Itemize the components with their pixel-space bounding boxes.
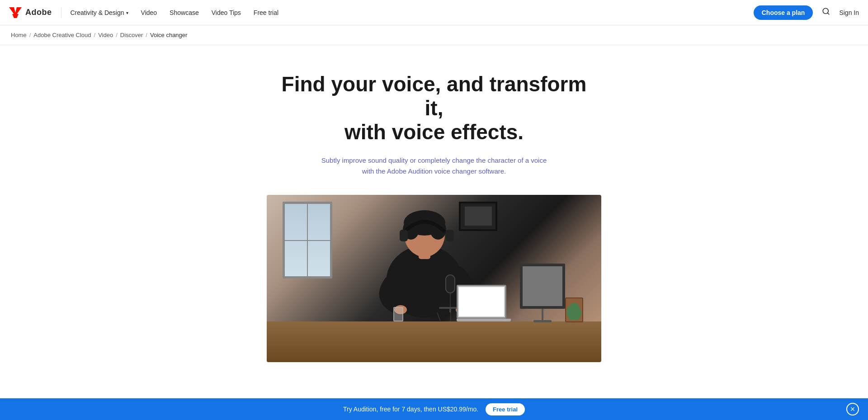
breadcrumb-sep-2: /	[94, 32, 96, 38]
nav-links: Video Showcase Video Tips Free trial	[141, 9, 279, 16]
nav-link-video-tips[interactable]: Video Tips	[212, 9, 241, 16]
hero-image	[267, 195, 601, 362]
nav-link-video[interactable]: Video	[141, 9, 157, 16]
sticky-bar-free-trial-button[interactable]: Free trial	[486, 403, 525, 415]
category-label: Creativity & Design	[71, 9, 124, 16]
main-content: Find your voice, and transform it, with …	[0, 45, 868, 420]
sign-in-link[interactable]: Sign In	[839, 9, 859, 16]
svg-line-1	[828, 13, 829, 14]
laptop	[457, 285, 511, 321]
monitor	[520, 264, 565, 322]
glass	[393, 307, 403, 321]
bg-window	[283, 202, 332, 278]
svg-rect-8	[400, 230, 408, 241]
creativity-design-menu[interactable]: Creativity & Design ▾	[61, 9, 137, 16]
breadcrumb-sep-3: /	[116, 32, 118, 38]
hero-subtitle-line1: Subtly improve sound quality or complete…	[321, 156, 547, 164]
breadcrumb-current: Voice changer	[150, 32, 187, 38]
hero-subtitle: Subtly improve sound quality or complete…	[321, 155, 547, 177]
breadcrumb-sep-1: /	[29, 32, 31, 38]
nav-link-showcase[interactable]: Showcase	[170, 9, 199, 16]
hero-title-line2: with voice effects.	[344, 120, 524, 144]
search-button[interactable]	[822, 7, 830, 18]
sticky-bar-text: Try Audition, free for 7 days, then US$2…	[343, 406, 478, 413]
navbar: Adobe Creativity & Design ▾ Video Showca…	[0, 0, 868, 25]
chevron-down-icon: ▾	[126, 10, 128, 15]
navbar-right: Choose a plan Sign In	[754, 5, 859, 20]
nav-link-free-trial[interactable]: Free trial	[254, 9, 278, 16]
bg-table	[267, 321, 601, 362]
adobe-logo-icon	[9, 7, 22, 18]
svg-rect-9	[446, 230, 454, 241]
breadcrumb-home[interactable]: Home	[11, 32, 27, 38]
breadcrumb-sep-4: /	[146, 32, 147, 38]
breadcrumb-discover[interactable]: Discover	[120, 32, 143, 38]
sticky-bar-close-button[interactable]: ×	[846, 403, 859, 415]
cactus	[565, 297, 583, 322]
search-icon	[822, 7, 830, 15]
hero-title-line1: Find your voice, and transform it,	[282, 72, 587, 120]
breadcrumb-video[interactable]: Video	[98, 32, 113, 38]
hero-subtitle-line2: with the Adobe Audition voice changer so…	[362, 167, 506, 175]
hero-title: Find your voice, and transform it, with …	[276, 72, 592, 144]
adobe-logo[interactable]: Adobe	[9, 7, 61, 18]
adobe-wordmark: Adobe	[25, 8, 52, 17]
sticky-bar: Try Audition, free for 7 days, then US$2…	[0, 398, 868, 420]
hero-image-container	[267, 195, 601, 362]
choose-plan-button[interactable]: Choose a plan	[754, 5, 813, 20]
breadcrumb: Home / Adobe Creative Cloud / Video / Di…	[0, 25, 868, 45]
breadcrumb-acc[interactable]: Adobe Creative Cloud	[33, 32, 91, 38]
